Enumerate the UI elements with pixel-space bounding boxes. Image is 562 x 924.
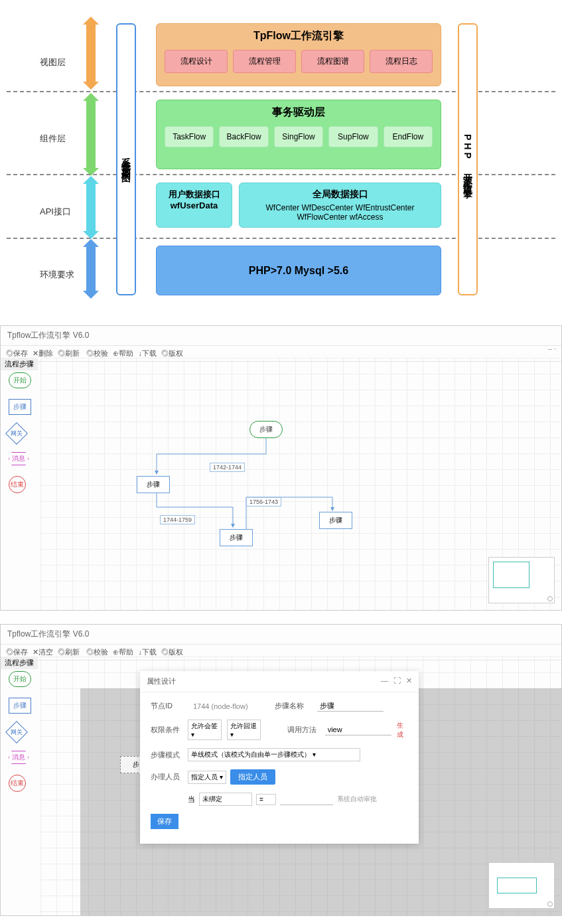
layer-label-env: 环境要求 bbox=[40, 269, 74, 281]
driver-box: 事务驱动层 TaskFlow BackFlow SingFlow SupFlow… bbox=[156, 100, 441, 169]
toolbar-validate[interactable]: ◎校验 bbox=[86, 647, 108, 657]
palette: 开始 步骤 网关 消息 结束 bbox=[9, 372, 31, 493]
node-step3[interactable]: 步骤 bbox=[319, 512, 352, 529]
palette-step[interactable]: 步骤 bbox=[9, 698, 31, 714]
label-method: 调用方法 bbox=[287, 725, 320, 735]
toolbar-delete[interactable]: ✕删除 bbox=[33, 348, 53, 358]
palette-step[interactable]: 步骤 bbox=[9, 399, 31, 415]
select-auth1[interactable]: 允许会签 ▾ bbox=[188, 720, 222, 740]
palette-start[interactable]: 开始 bbox=[9, 671, 31, 687]
input-step-name[interactable] bbox=[317, 700, 384, 712]
modal-title: 属性设计 bbox=[147, 676, 176, 686]
palette-message[interactable]: 消息 bbox=[9, 452, 29, 465]
edge-label[interactable]: 1756-1743 bbox=[246, 497, 281, 506]
edge-label[interactable]: 1742-1744 bbox=[210, 463, 245, 472]
driver-item: SingFlow bbox=[274, 126, 323, 147]
driver-title: 事务驱动层 bbox=[165, 106, 433, 119]
toolbar-refresh[interactable]: ◎刷新 bbox=[58, 647, 80, 657]
toolbar-download[interactable]: ↓下载 bbox=[138, 647, 157, 657]
toolbar-save[interactable]: ◎保存 bbox=[6, 348, 28, 358]
assign-button[interactable]: 指定人员 bbox=[230, 769, 275, 785]
flow-editor-modal: Tpflow工作流引擎 V6.0 ◎保存 ✕清空 ◎刷新 ◎校验 ⊕帮助 ↓下载… bbox=[0, 624, 562, 916]
driver-item: SupFlow bbox=[328, 126, 378, 147]
palette-start[interactable]: 开始 bbox=[9, 372, 31, 388]
editor-title: Tpflow工作流引擎 V6.0 bbox=[1, 625, 561, 645]
label-when: 当 bbox=[188, 795, 195, 805]
minimap[interactable] bbox=[488, 862, 555, 909]
close-icon[interactable]: ✕ bbox=[406, 676, 412, 686]
save-button[interactable]: 保存 bbox=[151, 814, 178, 829]
palette-title: 流程步骤 bbox=[1, 656, 38, 669]
palette-end[interactable]: 结束 bbox=[9, 775, 26, 792]
toolbar-save[interactable]: ◎保存 bbox=[6, 647, 28, 657]
select-mode[interactable]: 单线模式（该模式为自由单一步骤模式） ▾ bbox=[188, 748, 360, 761]
property-modal: 属性设计 — ⛶ ✕ 节点ID 1744 (node-flow) 步骤名称 bbox=[140, 671, 419, 844]
select-field[interactable]: 未绑定 bbox=[199, 793, 252, 806]
edges bbox=[40, 358, 561, 610]
toolbar-help[interactable]: ⊕帮助 bbox=[113, 348, 133, 358]
link-generate[interactable]: 生成 bbox=[397, 721, 408, 739]
architecture-diagram: 视图层 组件层 API接口 环境要求 系统全局架构图 PHP 开源工作流引擎 T… bbox=[7, 13, 555, 292]
canvas[interactable]: 步骤 步骤 步骤 步骤 1742-1744 1744-1759 1756-174… bbox=[40, 358, 561, 610]
input-cond-value[interactable] bbox=[280, 794, 333, 805]
palette-message[interactable]: 消息 bbox=[9, 751, 29, 764]
driver-item: EndFlow bbox=[384, 126, 433, 147]
side-title-right: PHP 开源工作流引擎 bbox=[458, 23, 478, 295]
node-start[interactable]: 步骤 bbox=[249, 421, 283, 438]
editor-title: Tpflow工作流引擎 V6.0 bbox=[1, 326, 561, 346]
label-mode: 步骤模式 bbox=[151, 750, 188, 760]
maximize-icon[interactable]: ⛶ bbox=[393, 676, 401, 686]
palette-gateway[interactable]: 网关 bbox=[5, 721, 28, 743]
modal-header: 属性设计 — ⛶ ✕ bbox=[140, 671, 419, 692]
select-op[interactable]: = bbox=[256, 794, 276, 805]
select-handler[interactable]: 指定人员 ▾ bbox=[188, 771, 226, 784]
engine-item: 流程日志 bbox=[370, 50, 433, 73]
modal-body: 节点ID 1744 (node-flow) 步骤名称 权限条件 允许会签 ▾ 允… bbox=[140, 692, 419, 837]
toolbar-right[interactable]: – · bbox=[548, 345, 556, 352]
toolbar-clear[interactable]: ✕清空 bbox=[33, 647, 53, 657]
arrow-component bbox=[86, 100, 96, 169]
edge-label[interactable]: 1744-1759 bbox=[160, 515, 195, 524]
engine-title: TpFlow工作流引擎 bbox=[165, 29, 433, 43]
label-node-id: 节点ID bbox=[151, 701, 188, 711]
toolbar-license[interactable]: ◎版权 bbox=[161, 348, 183, 358]
palette-end[interactable]: 结束 bbox=[9, 476, 26, 493]
env-box: PHP>7.0 Mysql >5.6 bbox=[156, 246, 441, 295]
layer-label-component: 组件层 bbox=[40, 133, 66, 145]
arrow-env bbox=[86, 246, 96, 292]
layer-label-view: 视图层 bbox=[40, 56, 66, 68]
node-step1[interactable]: 步骤 bbox=[137, 476, 170, 493]
arrow-api bbox=[86, 183, 96, 232]
label-handler: 办理人员 bbox=[151, 772, 188, 782]
toolbar-download[interactable]: ↓下载 bbox=[138, 348, 157, 358]
palette-title: 流程步骤 bbox=[1, 358, 38, 370]
minimap-viewport[interactable] bbox=[493, 562, 529, 588]
palette-gateway[interactable]: 网关 bbox=[5, 422, 28, 445]
toolbar-license[interactable]: ◎版权 bbox=[161, 647, 183, 657]
layer-label-api: API接口 bbox=[40, 206, 71, 218]
toolbar-refresh[interactable]: ◎刷新 bbox=[58, 348, 80, 358]
node-step2[interactable]: 步骤 bbox=[220, 529, 253, 546]
flow-editor: Tpflow工作流引擎 V6.0 ◎保存 ✕删除 ◎刷新 ◎校验 ⊕帮助 ↓下载… bbox=[0, 325, 562, 611]
minimize-icon[interactable]: — bbox=[381, 676, 388, 686]
api-row: 用户数据接口 wfUserData 全局数据接口 WfCenter WfDesc… bbox=[156, 183, 441, 228]
label-step-name: 步骤名称 bbox=[275, 701, 312, 711]
label-auth: 权限条件 bbox=[151, 725, 182, 735]
toolbar-help[interactable]: ⊕帮助 bbox=[113, 647, 133, 657]
engine-item: 流程图谱 bbox=[301, 50, 364, 73]
api-global-box: 全局数据接口 WfCenter WfDescCenter WfEntrustCe… bbox=[239, 183, 441, 228]
arrow-view bbox=[86, 23, 96, 83]
input-method[interactable] bbox=[325, 724, 391, 735]
side-title-left: 系统全局架构图 bbox=[116, 23, 136, 295]
minimap-handle-icon[interactable] bbox=[547, 901, 553, 907]
toolbar-validate[interactable]: ◎校验 bbox=[86, 348, 108, 358]
select-auth2[interactable]: 允许回退 ▾ bbox=[227, 720, 261, 740]
hint-auto: 系统自动审批 bbox=[337, 795, 377, 804]
minimap[interactable] bbox=[488, 557, 555, 603]
minimap-handle-icon[interactable] bbox=[547, 596, 553, 601]
engine-item: 流程设计 bbox=[165, 50, 228, 73]
driver-item: TaskFlow bbox=[165, 126, 214, 147]
minimap-viewport[interactable] bbox=[497, 878, 537, 893]
value-node-id: 1744 (node-flow) bbox=[193, 702, 248, 710]
palette: 开始 步骤 网关 消息 结束 bbox=[9, 671, 31, 792]
